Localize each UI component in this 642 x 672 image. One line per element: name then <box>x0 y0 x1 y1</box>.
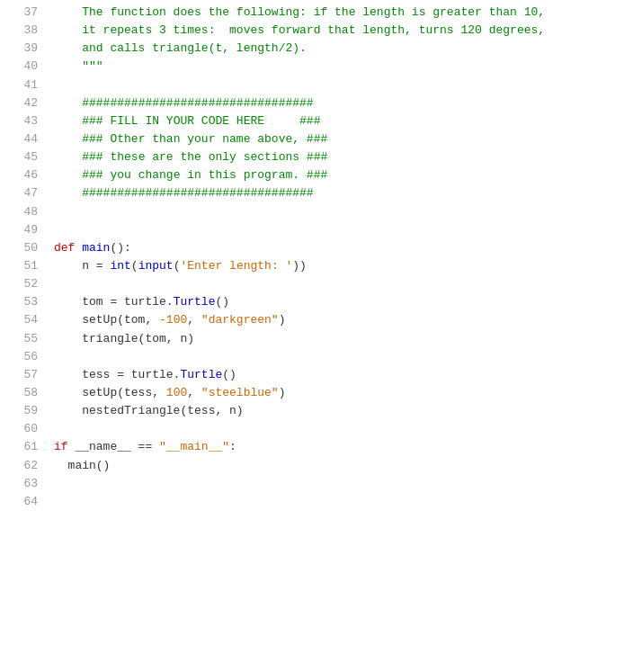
line-number: 52 <box>7 275 38 293</box>
line-number: 50 <box>7 239 38 257</box>
code-line: The function does the following: if the … <box>54 4 635 22</box>
code-line: n = int(input('Enter length: ')) <box>54 257 635 275</box>
line-number: 44 <box>7 130 38 148</box>
line-number: 48 <box>7 203 38 221</box>
line-number-gutter: 3738394041424344454647484950515253545556… <box>0 4 47 668</box>
line-number: 54 <box>7 311 38 329</box>
line-number: 56 <box>7 348 38 366</box>
line-number: 41 <box>7 76 38 94</box>
code-line: tess = turtle.Turtle() <box>54 366 635 384</box>
code-line: nestedTriangle(tess, n) <box>54 402 635 420</box>
line-number: 62 <box>7 457 38 475</box>
line-number: 63 <box>7 475 38 493</box>
code-body[interactable]: The function does the following: if the … <box>47 4 642 668</box>
code-line <box>54 203 635 221</box>
code-line: ################################# <box>54 94 635 112</box>
line-number: 38 <box>7 22 38 40</box>
code-line: ################################# <box>54 184 635 202</box>
line-number: 43 <box>7 112 38 130</box>
line-number: 60 <box>7 420 38 438</box>
code-line: ### FILL IN YOUR CODE HERE ### <box>54 112 635 130</box>
line-number: 37 <box>7 4 38 22</box>
code-line: tom = turtle.Turtle() <box>54 293 635 311</box>
code-line <box>54 420 635 438</box>
code-line <box>54 475 635 493</box>
code-line: if __name__ == "__main__": <box>54 438 635 456</box>
line-number: 46 <box>7 166 38 184</box>
code-editor: 3738394041424344454647484950515253545556… <box>0 0 642 672</box>
code-line: it repeats 3 times: moves forward that l… <box>54 22 635 40</box>
line-number: 51 <box>7 257 38 275</box>
line-number: 42 <box>7 94 38 112</box>
code-line <box>54 275 635 293</box>
code-line: setUp(tom, -100, "darkgreen") <box>54 311 635 329</box>
code-line: ### these are the only sections ### <box>54 148 635 166</box>
line-number: 61 <box>7 438 38 456</box>
line-number: 39 <box>7 40 38 58</box>
line-number: 58 <box>7 384 38 402</box>
code-line <box>54 348 635 366</box>
code-line: """ <box>54 58 635 76</box>
line-number: 49 <box>7 221 38 239</box>
code-line <box>54 76 635 94</box>
line-number: 47 <box>7 184 38 202</box>
line-number: 45 <box>7 148 38 166</box>
line-number: 40 <box>7 58 38 76</box>
line-number: 53 <box>7 293 38 311</box>
line-number: 59 <box>7 402 38 420</box>
code-line: setUp(tess, 100, "steelblue") <box>54 384 635 402</box>
code-line: triangle(tom, n) <box>54 330 635 348</box>
line-number: 64 <box>7 493 38 511</box>
code-line <box>54 221 635 239</box>
line-number: 57 <box>7 366 38 384</box>
code-line: and calls triangle(t, length/2). <box>54 40 635 58</box>
code-line: ### Other than your name above, ### <box>54 130 635 148</box>
code-line: ### you change in this program. ### <box>54 166 635 184</box>
code-line <box>54 493 635 511</box>
line-number: 55 <box>7 330 38 348</box>
code-line: main() <box>54 457 635 475</box>
code-line: def main(): <box>54 239 635 257</box>
